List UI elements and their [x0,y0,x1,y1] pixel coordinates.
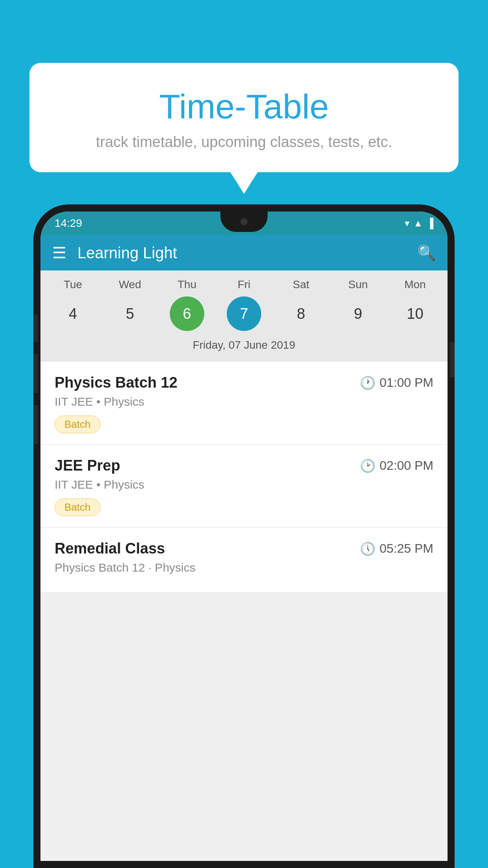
selected-date-label: Friday, 07 June 2019 [44,336,444,358]
day-label-mon: Mon [398,278,432,291]
phone-frame: 14:29 ▾ ▲ ▐ ☰ Learning Light 🔍 Tue Wed T… [33,204,455,868]
schedule-list: Physics Batch 12 🕐 01:00 PM IIT JEE • Ph… [40,362,448,593]
item-2-subtitle: IIT JEE • Physics [55,478,433,491]
camera-dot [240,218,248,225]
day-5[interactable]: 5 [113,296,147,331]
volume-up-button [33,354,38,393]
bubble-title: Time-Table [49,86,439,127]
day-headers: Tue Wed Thu Fri Sat Sun Mon [44,278,444,291]
status-icons: ▾ ▲ ▐ [405,218,433,229]
menu-icon[interactable]: ☰ [52,244,66,262]
phone-screen: 14:29 ▾ ▲ ▐ ☰ Learning Light 🔍 Tue Wed T… [40,211,448,861]
item-2-badge: Batch [55,498,101,516]
clock-icon-3: 🕔 [360,541,376,556]
speech-bubble: Time-Table track timetable, upcoming cla… [29,63,459,172]
day-label-fri: Fri [227,278,261,291]
status-time: 14:29 [55,217,82,230]
day-label-thu: Thu [170,278,204,291]
day-10[interactable]: 10 [398,296,432,331]
day-9[interactable]: 9 [341,296,375,331]
calendar-week: Tue Wed Thu Fri Sat Sun Mon 4 5 6 7 8 9 … [40,270,448,362]
schedule-item-3[interactable]: Remedial Class 🕔 05:25 PM Physics Batch … [40,528,448,593]
day-label-tue: Tue [56,278,90,291]
signal-icon: ▲ [413,218,423,229]
item-1-time: 🕐 01:00 PM [360,375,433,390]
item-3-time-label: 05:25 PM [380,541,433,556]
search-icon[interactable]: 🔍 [417,244,436,261]
schedule-item-2[interactable]: JEE Prep 🕑 02:00 PM IIT JEE • Physics Ba… [40,445,448,528]
item-3-time: 🕔 05:25 PM [360,541,433,556]
item-1-subtitle: IIT JEE • Physics [55,395,433,408]
item-3-header: Remedial Class 🕔 05:25 PM [55,540,433,557]
volume-button-right [450,342,455,377]
item-3-subtitle: Physics Batch 12 · Physics [55,561,433,574]
day-label-sat: Sat [284,278,318,291]
item-3-title: Remedial Class [55,540,165,557]
item-1-title: Physics Batch 12 [55,374,178,391]
item-2-title: JEE Prep [55,457,120,474]
day-6-today[interactable]: 6 [170,296,204,331]
day-label-wed: Wed [113,278,147,291]
power-button [33,314,38,342]
item-1-header: Physics Batch 12 🕐 01:00 PM [55,374,433,391]
app-title: Learning Light [77,244,417,262]
clock-icon-1: 🕐 [360,375,376,390]
clock-icon-2: 🕑 [360,458,376,473]
schedule-item-1[interactable]: Physics Batch 12 🕐 01:00 PM IIT JEE • Ph… [40,362,448,445]
item-1-time-label: 01:00 PM [380,375,433,390]
volume-down-button [33,405,38,444]
item-2-time-label: 02:00 PM [380,458,433,473]
item-2-header: JEE Prep 🕑 02:00 PM [55,457,433,474]
bubble-subtitle: track timetable, upcoming classes, tests… [49,134,439,151]
item-2-time: 🕑 02:00 PM [360,458,433,473]
day-8[interactable]: 8 [284,296,318,331]
day-numbers: 4 5 6 7 8 9 10 [44,296,444,331]
app-bar: ☰ Learning Light 🔍 [40,235,448,270]
day-label-sun: Sun [341,278,375,291]
status-bar: 14:29 ▾ ▲ ▐ [40,211,448,235]
day-4[interactable]: 4 [56,296,90,331]
notch [220,211,268,232]
wifi-icon: ▾ [405,218,409,229]
day-7-selected[interactable]: 7 [227,296,261,331]
battery-icon: ▐ [427,218,433,229]
item-1-badge: Batch [55,416,101,433]
